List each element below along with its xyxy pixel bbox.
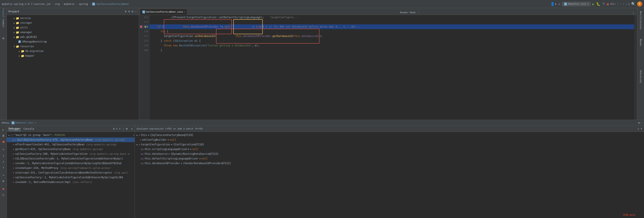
evaluate-btn[interactable]: ≡ [1, 178, 6, 184]
thread-expand-btn[interactable]: ⊞ [126, 127, 128, 130]
project-sidebar-btn[interactable]: Project [1, 10, 6, 15]
panel-minimize-btn[interactable]: — [134, 10, 137, 14]
settings-sidebar-btn[interactable]: ⚙ [1, 36, 6, 41]
frame-buildsql-label: buildSqlSessionFactory:575, SqlSessionFa… [17, 138, 125, 141]
var-item-datasource[interactable]: oo this.dataSource = {DynamicRoutingData… [135, 152, 644, 156]
editor-scrollbar[interactable] [634, 15, 637, 120]
frame-sqlfactory2[interactable]: = sqlSessionFactory:-1, MybatisAutoConfi… [7, 175, 134, 180]
stop-debug-btn[interactable]: ⏹ [1, 139, 6, 144]
frame-buildsql-arrow: ▶ [13, 139, 14, 141]
tree-label-vmanager: vmanager [20, 31, 32, 34]
code-editor: 573 574 575 576 577 578 579 580 .ifPrese… [139, 15, 637, 120]
tab-java-icon: C [142, 11, 145, 14]
frame-buildsql[interactable]: ▶ = buildSqlSessionFactory:575, SqlSessi… [7, 137, 134, 142]
frame-dropdown[interactable]: ▾ [131, 127, 133, 131]
debug-tabs: Debugger Console ≡ ⬇ ⬆ ⋮ ⊞ ▾ [7, 126, 134, 132]
step-over-btn[interactable]: ↷ [1, 147, 6, 152]
tree-item-vmanager[interactable]: ▶ 📁 vmanager [7, 30, 139, 35]
tree-item-dbmigration[interactable]: ▶ 📁 db.migration [7, 49, 139, 53]
run-button[interactable]: ▶ [592, 2, 594, 6]
thread-dropdown-icon[interactable]: ▾ [133, 134, 134, 137]
editor-more-btn[interactable]: ⋮ [632, 12, 634, 15]
frame-getobject[interactable]: = getObject:633, SqlSessionFactoryBean (… [7, 147, 134, 152]
breakpoints-btn[interactable]: ● [1, 186, 6, 191]
tab-label: SqlSessionFactoryBean.java [146, 11, 183, 13]
step-out-btn[interactable]: ↑ [1, 165, 6, 170]
var-item-dbidprovider[interactable]: oo this.databaseIdProvider = {VendorData… [135, 161, 644, 166]
var-add-btn[interactable]: ＋ [637, 127, 640, 131]
var-item-xmlconfig[interactable]: = xmlConfigBuilder = null [135, 137, 644, 142]
var-item-targetconfig[interactable]: ▶ = targetConfiguration = {Configuration… [135, 142, 644, 147]
tab-debugger[interactable]: Debugger [8, 127, 21, 131]
commit-sidebar-btn[interactable]: Commit [1, 21, 6, 26]
folder-icon-vmanager: 📁 [16, 31, 19, 34]
user-icon[interactable]: 👤▾ [550, 2, 557, 6]
tree-item-vmanagebootstrap[interactable]: C VManageBootstrap [7, 39, 139, 44]
debug-button[interactable]: 🐛 [596, 2, 600, 6]
tree-arrow-service: ▶ [13, 17, 16, 20]
var-item-defaultscripting[interactable]: oo this.defaultScriptingLanguageDriver =… [135, 156, 644, 161]
resume-btn[interactable]: ▶ [1, 127, 6, 132]
frame-afterprops[interactable]: = afterPropertiesSet:491, SqlSessionFact… [7, 142, 134, 147]
panel-settings2-btn[interactable]: ⚙ [131, 10, 134, 14]
search-button[interactable]: 🔍 [631, 2, 636, 6]
panel-localize-btn[interactable]: ⊕ [124, 10, 127, 14]
debug-tab-icons: ≡ ⬇ ⬆ ⋮ ⊞ [113, 127, 128, 130]
stop-btn[interactable]: ■ [607, 2, 608, 6]
frame-invokesuper-label: invokeSuper:244, MethodProxy (org.spring… [15, 166, 111, 169]
project-panel-title: Project [8, 10, 20, 13]
tree-item-mapper[interactable]: ▶ 📁 mapper [7, 53, 139, 58]
tree-item-storager[interactable]: ▶ 📁 storager [7, 21, 139, 25]
frame-invoke[interactable]: = invoke:-1, MybatisAutoConfiguration$$E… [7, 161, 134, 166]
git-check2-icon: ✓ [620, 3, 622, 5]
debug-session-close[interactable]: × [35, 121, 36, 124]
frame-invoke0[interactable]: = invoke0:-1, NativeMethodAccessorImpl (… [7, 180, 134, 184]
maven-tab[interactable]: Maven [639, 38, 642, 47]
thread-main[interactable]: ▶ ⟨⟩ "main"@1 in group "main": RUNNING ▾ [7, 133, 134, 137]
tab-close-btn[interactable]: × [184, 11, 185, 13]
debug-settings-btn[interactable]: ⚙ [638, 121, 640, 124]
force-step-btn[interactable]: ⇓ [1, 159, 6, 164]
hierarchy-tab[interactable]: Hierarchy [639, 69, 642, 84]
tree-item-web[interactable]: ▶ 📁 web.gb28181 [7, 35, 139, 39]
frame-cglib[interactable]: = CGLIB$sqlSessionFactory$0:-1, MybatisA… [7, 156, 134, 161]
mute-breakpoints-btn[interactable]: ○ [1, 192, 6, 197]
editor-tabs: C SqlSessionFactoryBean.java × Reader Mo… [139, 8, 637, 15]
debug-minimize-btn[interactable]: — [640, 121, 642, 124]
tab-console[interactable]: Console [24, 127, 34, 131]
var-item-this[interactable]: ▶ = this = {SqlSessionFactoryBean@7219} [135, 133, 644, 137]
tree-item-resources[interactable]: ▼ 📁 resources [7, 44, 139, 49]
back-btn[interactable]: ← [558, 2, 560, 6]
tree-label-dbmigration: db.migration [25, 50, 44, 53]
top-bar: mybatis-spring-2.0.7-sources.jar › org ›… [0, 0, 644, 8]
step-into-btn[interactable]: ↓ [1, 153, 6, 158]
code-content: .ifPresent(targetConfiguration::setDefau… [150, 15, 634, 120]
var-defaultscripting-icon: oo [141, 157, 144, 160]
notifications-tab[interactable]: Notifications [639, 10, 642, 31]
frame-sqlfactory[interactable]: = sqlSessionFactory:188, MybatisAutoConf… [7, 152, 134, 156]
frame-intercept[interactable]: = intercept:331, ConfigurationClassEnhan… [7, 170, 134, 175]
thread-down-btn[interactable]: ⬇ [116, 127, 118, 130]
tree-item-service[interactable]: ▶ 📁 service [7, 16, 139, 21]
frame-invokesuper[interactable]: = invokeSuper:244, MethodProxy (org.spri… [7, 166, 134, 170]
editor-tab-sqlfactory[interactable]: C SqlSessionFactoryBean.java × [140, 9, 187, 15]
var-item-scripting[interactable]: oo this.scriptingLanguageDrivers = null [135, 147, 644, 152]
panel-flatten-btn[interactable]: ≡ [128, 10, 130, 14]
git-history-icon[interactable]: ↺ [628, 3, 630, 5]
variable-list: ▶ = this = {SqlSessionFactoryBean@7219} … [135, 132, 644, 218]
reader-mode-btn[interactable]: Reader Mode ✓ [398, 10, 421, 15]
tree-item-utils[interactable]: ▶ 📁 utils [7, 25, 139, 30]
avatar[interactable]: S [637, 2, 642, 7]
run-cursor-btn[interactable]: ⇒ [1, 172, 6, 178]
var-dropdown-btn[interactable]: ▾ [640, 127, 642, 131]
editor-area: C SqlSessionFactoryBean.java × Reader Mo… [139, 8, 637, 120]
thread-up-btn[interactable]: ⬆ [119, 127, 121, 130]
panel-tools: ⊕ ≡ ⚙ — [124, 10, 137, 14]
pause-btn[interactable]: ⏸ [1, 133, 6, 138]
thread-more-btn[interactable]: ⋮ [122, 127, 125, 130]
var-targetconfig-eq-icon: = [138, 143, 140, 146]
bottom-section: Debug: C DemoTest.test × ⚙ — ▶ ⏸ ⏹ ↷ ↓ ⇓… [0, 120, 644, 218]
coverage-btn[interactable]: ⛉ [602, 2, 605, 6]
vcs-button[interactable]: C DemoTest.test ▾ [562, 2, 590, 6]
thread-filter-btn[interactable]: ≡ [113, 127, 115, 130]
